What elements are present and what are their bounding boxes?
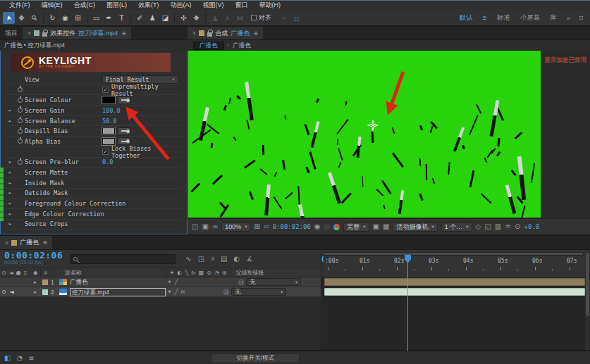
twirl-icon[interactable]: ► xyxy=(6,159,15,165)
tab-project[interactable]: 项目 xyxy=(0,27,23,39)
timeline-tab[interactable]: × 广播色 ≡ xyxy=(0,236,52,249)
effect-param-row[interactable]: ►Screen Pre-blur0.0 xyxy=(6,158,182,168)
tab-composition[interactable]: × 合成 广播色 ≡ xyxy=(188,27,263,39)
exposure-icon[interactable]: ⊙ xyxy=(515,223,520,230)
brush-tool-button[interactable]: ✐ xyxy=(134,12,146,24)
color-swatch[interactable] xyxy=(102,138,115,145)
track-area[interactable] xyxy=(321,277,585,350)
effect-param-row[interactable]: ✓Unpremultiply Result xyxy=(6,85,182,96)
param-checkbox[interactable]: ✓ xyxy=(102,87,109,93)
panel-scrollbar[interactable] xyxy=(0,168,4,221)
layer-expand-icon[interactable]: ► xyxy=(31,280,39,284)
color-swatch[interactable] xyxy=(102,127,115,134)
effect-param-row[interactable]: Screen Colour xyxy=(6,95,182,106)
view-layout-select[interactable]: 1 个… ▾ xyxy=(441,222,472,232)
render-cube-icon[interactable]: ◧ xyxy=(4,354,11,362)
layer-label-chip[interactable] xyxy=(42,280,48,285)
composition-frame[interactable] xyxy=(188,51,541,218)
effect-param-row[interactable]: ►Outside Mask xyxy=(6,189,182,199)
roi-icon[interactable]: ▱ xyxy=(264,223,269,230)
exposure-value[interactable]: +0.0 xyxy=(524,223,539,230)
stopwatch-icon[interactable] xyxy=(15,160,25,165)
layer-bar-1[interactable] xyxy=(324,278,585,286)
resolution-select[interactable]: 完整 ▾ xyxy=(343,222,369,232)
region-of-interest-icon[interactable]: ▣ xyxy=(373,223,379,230)
twirl-icon[interactable]: ► xyxy=(6,201,15,206)
share-view-icon[interactable]: ◱ xyxy=(484,223,491,230)
menu-item[interactable]: 视图(V) xyxy=(198,1,229,10)
display-icon[interactable]: ▣ xyxy=(202,223,208,230)
menu-item[interactable]: 动画(A) xyxy=(166,1,197,10)
audio-switch[interactable]: ◄ xyxy=(8,289,16,295)
close-tab-icon[interactable]: × xyxy=(5,239,8,246)
work-area-bar[interactable] xyxy=(324,252,584,256)
effect-param-row[interactable]: Despill Bias xyxy=(6,126,182,137)
layer-row-1[interactable]: ► 1 广播色 ✦ ╱ @ 无 ▾ xyxy=(0,277,321,287)
zoom-tool-button[interactable]: ⚲ xyxy=(28,12,40,24)
graph-editor-icon[interactable]: ∡ xyxy=(246,255,252,263)
stopwatch-icon[interactable] xyxy=(15,98,25,103)
effect-param-row[interactable]: ►Source Crops xyxy=(6,220,182,230)
show-snapshot-icon[interactable]: ◎ xyxy=(324,223,331,230)
close-tab-icon[interactable]: × xyxy=(27,30,31,37)
twirl-icon[interactable]: ► xyxy=(6,118,15,124)
panel-menu-icon[interactable]: ≡ xyxy=(254,30,258,37)
current-time-display[interactable]: 0:00:02:06 00056 (25.00 fps) xyxy=(4,252,63,266)
stopwatch-icon[interactable] xyxy=(15,129,25,134)
viewer-canvas[interactable]: 显示加速已禁用 xyxy=(188,51,590,218)
workspace-overflow-icon[interactable]: » xyxy=(567,14,570,22)
lock-icon[interactable] xyxy=(42,32,47,37)
workspace-tab[interactable]: 小屏幕 xyxy=(520,13,541,23)
twirl-icon[interactable]: ► xyxy=(6,170,15,175)
rotation-tool-button[interactable]: ↻ xyxy=(47,12,59,24)
layer-bar-2[interactable] xyxy=(324,288,585,296)
workspace-menu-icon[interactable]: ≡ xyxy=(483,14,487,22)
menu-item[interactable]: 图层(L) xyxy=(102,1,132,10)
menu-item[interactable]: 帮助(H) xyxy=(254,1,286,10)
time-ruler[interactable]: ❪ :00s01s02s03s04s05s06s07s xyxy=(321,250,585,277)
eyedropper-icon[interactable] xyxy=(118,96,130,104)
stereo-3d-icon[interactable]: ∞ xyxy=(212,223,218,230)
snapping-icon[interactable]: ⚏ xyxy=(290,12,302,24)
pixel-aspect-icon[interactable]: ▥ xyxy=(495,223,501,230)
lock-icon[interactable] xyxy=(207,32,212,37)
playhead-line[interactable] xyxy=(407,255,408,351)
panel-menu-icon[interactable]: ≡ xyxy=(43,239,47,246)
layer-expand-icon[interactable]: ► xyxy=(31,289,39,294)
timeline-search-input[interactable] xyxy=(70,254,176,264)
mini-flowchart-icon[interactable]: ∿ xyxy=(185,255,191,263)
source-name-header[interactable]: 源名称 xyxy=(52,269,165,277)
breadcrumb-back-icon[interactable]: ‹ xyxy=(228,42,230,49)
puppet-pin-tool-button[interactable]: ❖ xyxy=(190,12,202,24)
workspace-tab[interactable]: 库 xyxy=(550,13,557,23)
menu-item[interactable]: 窗口 xyxy=(231,1,253,10)
transparency-grid-icon[interactable]: ▦ xyxy=(383,223,389,230)
view-axis-mode-icon[interactable]: ⋈ xyxy=(234,12,246,24)
camera-tool-button[interactable]: ◉ xyxy=(59,12,71,24)
stopwatch-icon[interactable] xyxy=(15,139,25,144)
quality-switch[interactable]: ✦ xyxy=(166,279,173,285)
menu-item[interactable]: 编辑(E) xyxy=(37,1,68,10)
eyedropper-icon[interactable] xyxy=(118,127,130,135)
param-value[interactable]: 100.0 xyxy=(102,107,121,114)
panel-menu-icon[interactable]: ≡ xyxy=(122,30,126,37)
video-column-icon[interactable]: ⊙ xyxy=(0,270,8,276)
workspace-tab[interactable]: 标准 xyxy=(497,13,510,23)
param-checkbox[interactable]: ✓ xyxy=(102,149,109,155)
viewer-timecode[interactable]: 0:00:02:06 xyxy=(273,223,311,230)
number-column-icon[interactable]: # xyxy=(42,270,48,276)
tab-effect-controls[interactable]: × 效果控件 控刀绿幕.mp4 ≡ xyxy=(23,27,131,39)
layer-name-selected[interactable]: 控刀绿幕.mp4 xyxy=(70,288,166,296)
parent-select[interactable]: 无 ▾ xyxy=(231,288,286,296)
layer-label-chip[interactable] xyxy=(42,289,48,295)
grid-guides-icon[interactable]: ⊞ xyxy=(254,223,260,230)
effect-param-row[interactable]: ►Screen Gain100.0 xyxy=(6,106,182,116)
effect-param-row[interactable]: ✓Lock Biases Together xyxy=(6,147,182,158)
multi-view-icon[interactable]: ◫ xyxy=(192,223,198,230)
motion-blur-icon[interactable]: ◐ xyxy=(233,255,240,263)
parent-link-header[interactable]: 父级和链接 xyxy=(232,269,264,277)
channels-icon[interactable] xyxy=(333,224,340,230)
menu-item[interactable]: 文件(F) xyxy=(4,1,35,10)
quality-switch[interactable]: ✦ xyxy=(166,289,173,295)
hide-shy-layers-icon[interactable]: ♯ xyxy=(211,255,214,263)
